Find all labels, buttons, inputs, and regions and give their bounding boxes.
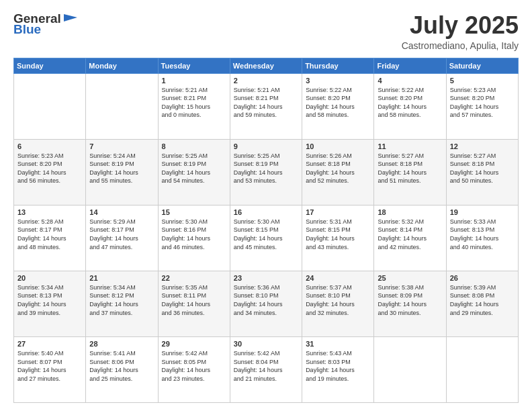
calendar-day-cell: 24Sunrise: 5:37 AMSunset: 8:10 PMDayligh… [302, 271, 374, 336]
calendar-day-cell [374, 336, 446, 402]
calendar-table: SundayMondayTuesdayWednesdayThursdayFrid… [13, 58, 519, 403]
day-number: 26 [450, 274, 515, 282]
day-info: Sunrise: 5:22 AMSunset: 8:20 PMDaylight:… [306, 86, 370, 120]
calendar-day-cell: 23Sunrise: 5:36 AMSunset: 8:10 PMDayligh… [230, 271, 302, 336]
day-info: Sunrise: 5:22 AMSunset: 8:20 PMDaylight:… [378, 86, 442, 120]
day-number: 4 [378, 77, 442, 85]
calendar-day-cell: 2Sunrise: 5:21 AMSunset: 8:21 PMDaylight… [230, 73, 302, 139]
calendar-day-header: Thursday [302, 58, 374, 73]
day-info: Sunrise: 5:25 AMSunset: 8:19 PMDaylight:… [162, 152, 226, 185]
calendar-day-cell: 21Sunrise: 5:34 AMSunset: 8:12 PMDayligh… [86, 271, 158, 336]
day-info: Sunrise: 5:41 AMSunset: 8:06 PMDaylight:… [89, 349, 154, 383]
calendar-day-cell: 28Sunrise: 5:41 AMSunset: 8:06 PMDayligh… [86, 336, 158, 402]
calendar-day-cell: 29Sunrise: 5:42 AMSunset: 8:05 PMDayligh… [158, 336, 230, 402]
day-number: 22 [162, 274, 226, 282]
calendar-day-header: Wednesday [230, 58, 302, 73]
calendar-day-cell: 15Sunrise: 5:30 AMSunset: 8:16 PMDayligh… [158, 205, 230, 271]
calendar-day-cell: 30Sunrise: 5:42 AMSunset: 8:04 PMDayligh… [230, 336, 302, 402]
calendar-day-header: Monday [86, 58, 158, 73]
calendar-day-cell: 9Sunrise: 5:25 AMSunset: 8:19 PMDaylight… [230, 139, 302, 205]
logo-wing-icon [62, 13, 77, 24]
day-number: 5 [450, 77, 515, 85]
calendar-day-cell: 14Sunrise: 5:29 AMSunset: 8:17 PMDayligh… [86, 205, 158, 271]
page: General Blue July 2025 Castromediano, Ap… [0, 0, 532, 411]
location-title: Castromediano, Apulia, Italy [402, 40, 519, 51]
calendar-day-header: Sunday [14, 58, 86, 73]
calendar-day-cell: 18Sunrise: 5:32 AMSunset: 8:14 PMDayligh… [374, 205, 446, 271]
calendar-day-cell: 22Sunrise: 5:35 AMSunset: 8:11 PMDayligh… [158, 271, 230, 336]
day-number: 23 [234, 274, 298, 282]
day-number: 19 [450, 208, 515, 216]
day-info: Sunrise: 5:27 AMSunset: 8:18 PMDaylight:… [378, 152, 442, 185]
day-number: 29 [162, 340, 226, 348]
title-block: July 2025 Castromediano, Apulia, Italy [402, 12, 519, 51]
day-number: 8 [162, 142, 226, 150]
day-info: Sunrise: 5:34 AMSunset: 8:13 PMDaylight:… [17, 283, 82, 317]
day-number: 6 [17, 142, 82, 150]
calendar-day-cell: 26Sunrise: 5:39 AMSunset: 8:08 PMDayligh… [446, 271, 518, 336]
day-info: Sunrise: 5:43 AMSunset: 8:03 PMDaylight:… [306, 349, 370, 383]
day-info: Sunrise: 5:30 AMSunset: 8:15 PMDaylight:… [234, 218, 298, 251]
day-info: Sunrise: 5:25 AMSunset: 8:19 PMDaylight:… [234, 152, 298, 185]
logo: General Blue [13, 12, 77, 37]
calendar-week-row: 13Sunrise: 5:28 AMSunset: 8:17 PMDayligh… [14, 205, 519, 271]
day-info: Sunrise: 5:23 AMSunset: 8:20 PMDaylight:… [450, 86, 515, 120]
calendar-week-row: 27Sunrise: 5:40 AMSunset: 8:07 PMDayligh… [14, 336, 519, 402]
calendar-header-row: SundayMondayTuesdayWednesdayThursdayFrid… [14, 58, 519, 73]
day-info: Sunrise: 5:26 AMSunset: 8:18 PMDaylight:… [306, 152, 370, 185]
calendar-day-cell: 16Sunrise: 5:30 AMSunset: 8:15 PMDayligh… [230, 205, 302, 271]
day-number: 18 [378, 208, 442, 216]
calendar-day-cell: 6Sunrise: 5:23 AMSunset: 8:20 PMDaylight… [14, 139, 86, 205]
day-info: Sunrise: 5:31 AMSunset: 8:15 PMDaylight:… [306, 218, 370, 251]
calendar-day-cell [446, 336, 518, 402]
day-number: 15 [162, 208, 226, 216]
svg-marker-0 [64, 14, 77, 21]
day-number: 17 [306, 208, 370, 216]
day-info: Sunrise: 5:29 AMSunset: 8:17 PMDaylight:… [89, 218, 154, 251]
day-info: Sunrise: 5:38 AMSunset: 8:09 PMDaylight:… [378, 283, 442, 317]
calendar-day-header: Saturday [446, 58, 518, 73]
calendar-day-cell: 20Sunrise: 5:34 AMSunset: 8:13 PMDayligh… [14, 271, 86, 336]
calendar-day-cell: 8Sunrise: 5:25 AMSunset: 8:19 PMDaylight… [158, 139, 230, 205]
calendar-day-cell: 3Sunrise: 5:22 AMSunset: 8:20 PMDaylight… [302, 73, 374, 139]
calendar-day-cell: 7Sunrise: 5:24 AMSunset: 8:19 PMDaylight… [86, 139, 158, 205]
day-info: Sunrise: 5:33 AMSunset: 8:13 PMDaylight:… [450, 218, 515, 251]
day-number: 21 [89, 274, 154, 282]
day-info: Sunrise: 5:34 AMSunset: 8:12 PMDaylight:… [89, 283, 154, 317]
calendar-day-cell: 12Sunrise: 5:27 AMSunset: 8:18 PMDayligh… [446, 139, 518, 205]
month-title: July 2025 [402, 12, 519, 39]
calendar-day-cell: 25Sunrise: 5:38 AMSunset: 8:09 PMDayligh… [374, 271, 446, 336]
day-info: Sunrise: 5:40 AMSunset: 8:07 PMDaylight:… [17, 349, 82, 383]
day-info: Sunrise: 5:30 AMSunset: 8:16 PMDaylight:… [162, 218, 226, 251]
day-number: 1 [162, 77, 226, 85]
day-number: 16 [234, 208, 298, 216]
day-number: 2 [234, 77, 298, 85]
day-info: Sunrise: 5:37 AMSunset: 8:10 PMDaylight:… [306, 283, 370, 317]
day-number: 30 [234, 340, 298, 348]
calendar-day-cell: 19Sunrise: 5:33 AMSunset: 8:13 PMDayligh… [446, 205, 518, 271]
calendar-day-cell: 31Sunrise: 5:43 AMSunset: 8:03 PMDayligh… [302, 336, 374, 402]
day-info: Sunrise: 5:35 AMSunset: 8:11 PMDaylight:… [162, 283, 226, 317]
calendar-week-row: 20Sunrise: 5:34 AMSunset: 8:13 PMDayligh… [14, 271, 519, 336]
day-info: Sunrise: 5:27 AMSunset: 8:18 PMDaylight:… [450, 152, 515, 185]
calendar-day-cell: 27Sunrise: 5:40 AMSunset: 8:07 PMDayligh… [14, 336, 86, 402]
day-number: 14 [89, 208, 154, 216]
day-number: 12 [450, 142, 515, 150]
day-number: 28 [89, 340, 154, 348]
day-number: 10 [306, 142, 370, 150]
day-info: Sunrise: 5:42 AMSunset: 8:04 PMDaylight:… [234, 349, 298, 383]
day-number: 13 [17, 208, 82, 216]
day-info: Sunrise: 5:32 AMSunset: 8:14 PMDaylight:… [378, 218, 442, 251]
calendar-day-header: Friday [374, 58, 446, 73]
day-info: Sunrise: 5:39 AMSunset: 8:08 PMDaylight:… [450, 283, 515, 317]
header: General Blue July 2025 Castromediano, Ap… [13, 12, 519, 51]
day-info: Sunrise: 5:42 AMSunset: 8:05 PMDaylight:… [162, 349, 226, 383]
day-info: Sunrise: 5:36 AMSunset: 8:10 PMDaylight:… [234, 283, 298, 317]
day-number: 25 [378, 274, 442, 282]
day-number: 24 [306, 274, 370, 282]
day-number: 9 [234, 142, 298, 150]
day-info: Sunrise: 5:21 AMSunset: 8:21 PMDaylight:… [234, 86, 298, 120]
day-info: Sunrise: 5:21 AMSunset: 8:21 PMDaylight:… [162, 86, 226, 120]
calendar-day-cell [86, 73, 158, 139]
calendar-day-header: Tuesday [158, 58, 230, 73]
